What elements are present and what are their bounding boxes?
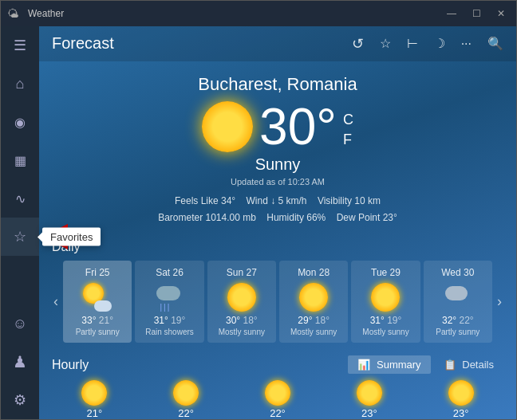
mon-condition: Mostly sunny <box>290 328 337 336</box>
close-button[interactable]: ✕ <box>492 6 510 21</box>
sun-lo: 18° <box>243 315 257 326</box>
sat-lo: 19° <box>171 315 185 326</box>
hourly-temp-1: 22° <box>178 407 194 419</box>
tab-summary[interactable]: 📊 Summary <box>348 355 430 374</box>
sidebar-item-favorites[interactable]: ☆ Favorites <box>1 218 39 256</box>
sidebar-item-settings[interactable]: ⚙ <box>1 381 39 419</box>
day-card-mon[interactable]: Mon 28 29° 18° Mostly sunny <box>279 261 348 343</box>
summary-label: Summary <box>377 359 421 371</box>
minimize-button[interactable]: — <box>442 6 461 21</box>
sidebar-item-home[interactable]: ⌂ <box>1 65 39 103</box>
wed-hi: 32° <box>442 315 459 326</box>
sat-hi: 31° <box>154 315 171 326</box>
rain-drops-icon: ||| <box>160 303 171 312</box>
rain-cloud-icon <box>156 286 180 300</box>
fri-temps: 33° 21° <box>81 315 113 326</box>
dew-point-value: 23° <box>383 212 397 223</box>
fri-hi: 33° <box>81 315 98 326</box>
hourly-item-3: 23° <box>326 380 412 419</box>
tab-details[interactable]: 📋 Details <box>434 355 503 374</box>
sidebar-item-news[interactable]: ◉ <box>1 103 39 141</box>
day-card-sun[interactable]: Sun 27 30° 18° Mostly sunny <box>207 261 276 343</box>
hourly-sun-icon-2 <box>265 380 290 406</box>
titlebar-right: — ☐ ✕ <box>442 6 510 21</box>
sidebar: ☰ ⌂ ◉ ▦ ∿ ☆ Favorites <box>1 26 39 419</box>
sidebar-item-historical[interactable]: ∿ <box>1 179 39 218</box>
weather-main: Bucharest, Romania 30° C F Sunny Updated… <box>39 61 516 234</box>
wed-temps: 32° 22° <box>442 315 474 326</box>
sidebar-item-feedback[interactable]: ☺ <box>1 304 39 343</box>
maps-icon: ▦ <box>14 153 26 168</box>
barometer-label: Barometer <box>158 212 205 223</box>
sidebar-item-account[interactable]: ♟ <box>1 343 39 381</box>
settings-icon: ⚙ <box>14 391 26 409</box>
day-card-sat[interactable]: Sat 26 ||| 31° 19° Rain showers <box>135 261 203 343</box>
dew-point-label: Dew Point <box>337 212 383 223</box>
home-icon: ⌂ <box>16 76 25 92</box>
summary-chart-icon: 📊 <box>357 359 370 371</box>
sun-temps: 30° 18° <box>226 315 258 326</box>
hourly-tabs: 📊 Summary 📋 Details <box>348 355 503 374</box>
app-window: 🌤 Weather — ☐ ✕ ☰ ⌂ ◉ ▦ ∿ <box>0 0 517 420</box>
wed-lo: 22° <box>459 315 473 326</box>
scroll-right-button[interactable]: › <box>495 293 503 310</box>
day-card-wed[interactable]: Wed 30 32° 22° Partly sunny <box>424 261 492 343</box>
refresh-button[interactable]: ↺ <box>352 35 364 53</box>
wed-condition: Partly sunny <box>436 328 480 336</box>
sun-hi: 30° <box>226 315 243 326</box>
mon-sun-icon <box>299 283 328 312</box>
wind-label: Wind <box>246 195 270 206</box>
weather-sun-icon <box>202 101 253 152</box>
app-header: Forecast ↺ ☆ ⊢ ☽ ··· 🔍 <box>39 26 516 61</box>
mon-temps: 29° 18° <box>298 315 330 326</box>
hourly-section: Hourly 📊 Summary 📋 Details <box>39 349 516 419</box>
wed-icon <box>444 283 472 312</box>
hourly-sun-icon-1 <box>173 380 199 406</box>
hourly-item-0: 21° <box>52 380 137 419</box>
favorite-button[interactable]: ☆ <box>380 36 391 51</box>
search-button[interactable]: 🔍 <box>487 36 503 51</box>
hourly-item-2: 22° <box>235 380 321 419</box>
barometer-value: 1014.00 mb <box>206 212 256 223</box>
day-label-wed: Wed 30 <box>441 267 474 278</box>
daily-cards: Fri 25 33° 21° Partly sunny <box>63 261 492 343</box>
hourly-temp-2: 22° <box>270 407 286 419</box>
temp-unit: C F <box>343 110 353 150</box>
sidebar-item-menu[interactable]: ☰ <box>1 26 39 65</box>
darkmode-button[interactable]: ☽ <box>434 36 445 51</box>
day-label-tue: Tue 29 <box>371 267 401 278</box>
sun-icon <box>227 283 256 312</box>
mon-lo: 18° <box>315 315 330 326</box>
more-button[interactable]: ··· <box>461 37 472 51</box>
humidity-label: Humidity <box>266 212 306 223</box>
details-list-icon: 📋 <box>444 359 456 371</box>
main-content: Forecast ↺ ☆ ⊢ ☽ ··· 🔍 Bucharest, Romani… <box>39 26 516 419</box>
hourly-title: Hourly <box>52 358 348 372</box>
titlebar-left: 🌤 Weather <box>7 7 64 20</box>
humidity-value: 66% <box>306 212 326 223</box>
tue-hi: 31° <box>370 315 387 326</box>
tue-condition: Mostly sunny <box>362 328 408 336</box>
day-card-fri[interactable]: Fri 25 33° 21° Partly sunny <box>63 261 132 343</box>
visibility-value: 10 km <box>354 195 381 206</box>
unit-c: C <box>343 110 353 130</box>
day-label-sat: Sat 26 <box>156 267 184 278</box>
pin-button[interactable]: ⊢ <box>407 36 418 51</box>
window-title: Weather <box>28 8 64 19</box>
details-label: Details <box>462 359 494 371</box>
wind-value: ↓ 5 km/h <box>270 195 306 206</box>
feels-like-label: Feels Like <box>175 195 221 206</box>
hourly-temp-3: 23° <box>361 407 377 419</box>
header-actions: ↺ ☆ ⊢ ☽ ··· 🔍 <box>352 35 503 53</box>
account-icon: ♟ <box>13 352 27 371</box>
weather-details: Feels Like 34° Wind ↓ 5 km/h Visibility … <box>158 193 397 227</box>
sat-icon: ||| <box>155 283 184 312</box>
daily-scroll: ‹ Fri 25 33° 21° Partly <box>52 261 503 343</box>
sidebar-item-maps[interactable]: ▦ <box>1 141 39 179</box>
temp-row: 30° C F <box>202 101 353 152</box>
scroll-left-button[interactable]: ‹ <box>52 293 60 310</box>
day-card-tue[interactable]: Tue 29 31° 19° Mostly sunny <box>351 261 420 343</box>
maximize-button[interactable]: ☐ <box>468 6 486 21</box>
hourly-sun-icon-4 <box>448 380 474 406</box>
hourly-temp-0: 21° <box>87 407 103 419</box>
